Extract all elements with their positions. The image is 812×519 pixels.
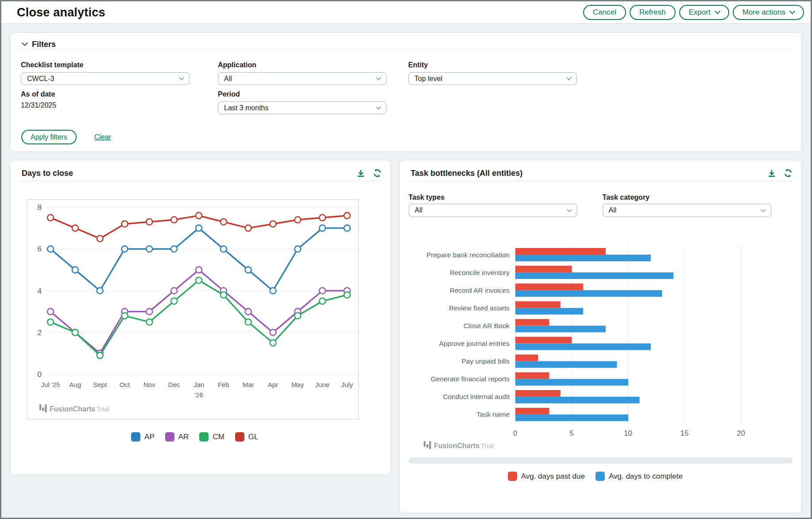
as-of-date-field: As of date 12/31/2025 xyxy=(21,90,218,114)
task-bottlenecks-divider xyxy=(408,181,793,181)
svg-text:Trial: Trial xyxy=(97,405,109,413)
download-icon[interactable] xyxy=(356,169,365,178)
legend-swatch xyxy=(595,472,605,481)
export-button[interactable]: Export xyxy=(679,5,729,20)
legend-swatch xyxy=(235,432,244,442)
application-field: Application All xyxy=(218,61,408,85)
horizontal-scrollbar[interactable] xyxy=(409,457,793,464)
legend-label: Avg. days to complete xyxy=(609,472,683,481)
legend-label: GL xyxy=(248,433,259,442)
filters-fields: Checklist template CWCL-3 Application Al… xyxy=(21,61,801,114)
task-types-field: Task types All xyxy=(409,194,577,217)
svg-text:0: 0 xyxy=(513,429,517,437)
filters-actions: Apply filters Clear xyxy=(21,130,801,144)
svg-text:July: July xyxy=(341,381,353,388)
entity-field: Entity Top level xyxy=(408,61,605,85)
apply-filters-button[interactable]: Apply filters xyxy=(21,130,77,144)
refresh-icon[interactable] xyxy=(373,169,382,178)
application-label: Application xyxy=(218,61,408,69)
more-actions-button[interactable]: More actions xyxy=(733,5,804,20)
chevron-down-icon xyxy=(789,8,795,14)
legend-item[interactable]: AP xyxy=(131,432,155,442)
filters-section-title: Filters xyxy=(32,40,56,48)
task-bottlenecks-panel: Task bottlenecks (All entities) Task typ… xyxy=(399,160,802,513)
legend-item[interactable]: GL xyxy=(235,432,259,442)
application-select[interactable]: All xyxy=(218,72,387,85)
days-to-close-title: Days to close xyxy=(22,169,73,178)
svg-text:May: May xyxy=(291,381,304,388)
svg-text:Dec: Dec xyxy=(168,381,180,388)
chevron-down-icon xyxy=(376,75,381,80)
svg-text:20: 20 xyxy=(737,429,745,437)
checklist-template-select[interactable]: CWCL-3 xyxy=(21,72,189,85)
days-to-close-header: Days to close xyxy=(11,160,391,178)
chevron-down-icon xyxy=(22,40,28,46)
clear-filters-link[interactable]: Clear xyxy=(94,133,111,141)
refresh-icon[interactable] xyxy=(784,169,793,178)
svg-text:6: 6 xyxy=(38,245,42,253)
legend-swatch xyxy=(165,432,174,442)
filters-header[interactable]: Filters xyxy=(11,33,801,48)
legend-label: AR xyxy=(178,433,189,442)
task-types-value: All xyxy=(415,206,423,214)
task-types-select[interactable]: All xyxy=(409,204,577,217)
svg-text:Jul '25: Jul '25 xyxy=(41,381,60,388)
more-actions-label: More actions xyxy=(742,8,785,17)
chevron-down-icon xyxy=(179,75,184,80)
legend-item[interactable]: AR xyxy=(165,432,189,442)
task-bottlenecks-title: Task bottlenecks (All entities) xyxy=(411,169,523,178)
svg-text:Prepare bank reconciliation: Prepare bank reconciliation xyxy=(426,251,510,259)
period-label: Period xyxy=(218,90,408,98)
svg-text:Feb: Feb xyxy=(218,381,229,388)
days-to-close-divider xyxy=(19,181,382,181)
legend-label: Avg. days past due xyxy=(521,472,585,481)
svg-text:FusionCharts: FusionCharts xyxy=(50,405,95,413)
svg-text:Review fixed assets: Review fixed assets xyxy=(449,304,510,312)
task-bottlenecks-legend: Avg. days past dueAvg. days to complete xyxy=(394,472,796,481)
header-actions: Cancel Refresh Export More actions xyxy=(583,5,804,20)
refresh-button[interactable]: Refresh xyxy=(630,5,676,20)
svg-text:8: 8 xyxy=(38,203,42,212)
entity-select[interactable]: Top level xyxy=(408,72,577,85)
legend-swatch xyxy=(131,432,140,442)
page-title: Close analytics xyxy=(17,6,105,19)
refresh-label: Refresh xyxy=(639,8,666,17)
application-value: All xyxy=(224,75,232,83)
filters-divider xyxy=(19,49,793,50)
task-bottlenecks-icons xyxy=(767,169,793,178)
svg-text:5: 5 xyxy=(569,429,573,437)
legend-item[interactable]: Avg. days to complete xyxy=(595,472,683,481)
download-icon[interactable] xyxy=(767,169,776,178)
task-category-select[interactable]: All xyxy=(603,204,771,217)
chevron-down-icon xyxy=(761,207,766,212)
chevron-down-icon xyxy=(715,8,720,14)
period-select[interactable]: Last 3 months xyxy=(218,101,387,114)
svg-text:Nov: Nov xyxy=(143,381,155,388)
legend-label: CM xyxy=(213,433,224,442)
legend-item[interactable]: CM xyxy=(199,432,224,442)
checklist-template-value: CWCL-3 xyxy=(27,75,54,83)
entity-value: Top level xyxy=(414,75,442,83)
as-of-date-value: 12/31/2025 xyxy=(21,101,218,109)
svg-text:Task name: Task name xyxy=(476,411,510,418)
cancel-button[interactable]: Cancel xyxy=(583,5,626,20)
legend-item[interactable]: Avg. days past due xyxy=(508,472,585,481)
svg-text:Pay unpaid bills: Pay unpaid bills xyxy=(461,357,510,365)
svg-text:2: 2 xyxy=(38,329,42,337)
svg-text:Generate financial reports: Generate financial reports xyxy=(430,375,510,383)
svg-text:Aug: Aug xyxy=(69,381,81,388)
checklist-template-field: Checklist template CWCL-3 xyxy=(21,61,218,85)
svg-text:10: 10 xyxy=(624,429,632,437)
chevron-down-icon xyxy=(566,75,571,80)
days-to-close-chart: 86420Jul '25AugSeptOctNovDecJan'26FebMar… xyxy=(27,199,359,419)
chevron-down-icon xyxy=(376,104,381,109)
svg-text:Close AR Book: Close AR Book xyxy=(463,322,509,329)
svg-text:FusionCharts: FusionCharts xyxy=(434,442,479,449)
checklist-template-label: Checklist template xyxy=(21,61,218,69)
svg-text:Apr: Apr xyxy=(268,381,278,388)
task-category-label: Task category xyxy=(603,194,771,201)
legend-swatch xyxy=(508,472,517,481)
charts-row: Days to close 86420Jul '25AugSeptOctNovD… xyxy=(10,160,802,513)
task-category-value: All xyxy=(609,206,617,214)
svg-text:Record AR invoices: Record AR invoices xyxy=(449,287,510,294)
